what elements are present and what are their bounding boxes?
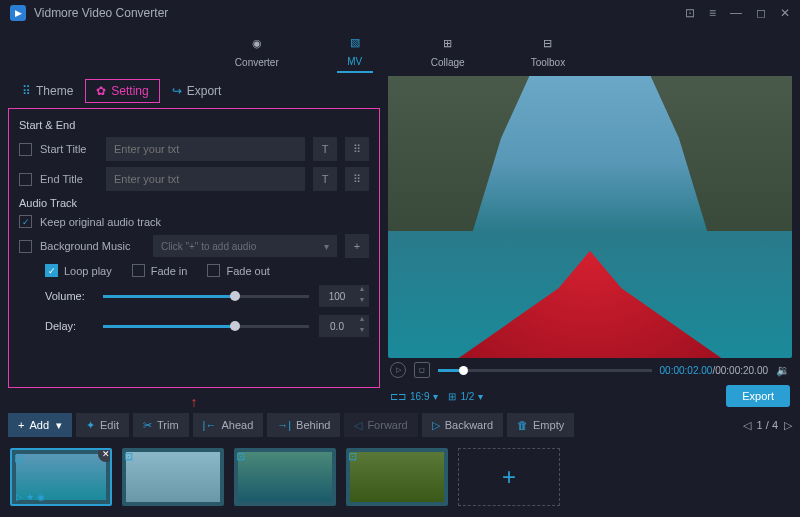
- volume-label: Volume:: [45, 290, 93, 302]
- check-icon: ⊡: [14, 452, 23, 465]
- check-icon: ⊡: [348, 450, 357, 463]
- thumbnail-strip: ⊡ ✕ ▷★◉ ⊡ ⊡ ⊡ +: [0, 440, 800, 514]
- export-button[interactable]: Export: [726, 385, 790, 407]
- toolbox-icon: ⊟: [538, 35, 558, 53]
- bg-music-label: Background Music: [40, 240, 145, 252]
- converter-icon: ◉: [247, 35, 267, 53]
- check-icon: ⊡: [124, 450, 133, 463]
- subtab-theme[interactable]: ⠿ Theme: [12, 80, 83, 102]
- empty-button[interactable]: 🗑Empty: [507, 413, 574, 437]
- aspect-ratio-dropdown[interactable]: ⊏⊐16:9▾: [390, 391, 438, 402]
- tab-converter[interactable]: ◉ Converter: [227, 31, 287, 72]
- loop-play-checkbox[interactable]: [45, 264, 58, 277]
- messages-icon[interactable]: ⊡: [685, 6, 695, 20]
- loop-play-label: Loop play: [64, 265, 112, 277]
- add-thumbnail-button[interactable]: +: [458, 448, 560, 506]
- toolbar: +Add▾ ✦Edit ✂Trim |←Ahead →|Behind ◁Forw…: [0, 410, 800, 440]
- arrow-indicator-icon: ↑: [8, 394, 380, 410]
- add-audio-button[interactable]: +: [345, 234, 369, 258]
- tab-toolbox[interactable]: ⊟ Toolbox: [523, 31, 573, 72]
- edit-button[interactable]: ✦Edit: [76, 413, 129, 437]
- preview-image: [388, 76, 792, 358]
- audio-track-head: Audio Track: [19, 197, 369, 209]
- subtab-setting[interactable]: ✿ Setting: [85, 79, 159, 103]
- stop-button[interactable]: ◻: [414, 362, 430, 378]
- play-icon: ▷: [16, 492, 23, 502]
- scissors-icon: ✂: [143, 419, 152, 432]
- preview-page-dropdown[interactable]: ⊞1/2▾: [448, 391, 483, 402]
- edit-icon: ★: [26, 492, 34, 502]
- start-title-label: Start Title: [40, 143, 98, 155]
- bg-music-dropdown[interactable]: Click "+" to add audio: [153, 235, 337, 257]
- thumbnail-close-icon[interactable]: ✕: [98, 448, 112, 462]
- start-title-input[interactable]: [106, 137, 305, 161]
- preview-panel: ▷ ◻ 00:00:02.00/00:00:20.00 🔉 ⊏⊐16:9▾ ⊞1…: [388, 76, 792, 410]
- app-title: Vidmore Video Converter: [34, 6, 685, 20]
- maximize-icon[interactable]: ◻: [756, 6, 766, 20]
- start-end-head: Start & End: [19, 119, 369, 131]
- end-title-more-button[interactable]: ⠿: [345, 167, 369, 191]
- fade-in-label: Fade in: [151, 265, 188, 277]
- fade-out-label: Fade out: [226, 265, 269, 277]
- trash-icon: 🗑: [517, 419, 528, 431]
- mv-icon: ▧: [345, 34, 365, 52]
- wand-icon: ✦: [86, 419, 95, 432]
- trim-icon: ◉: [37, 492, 45, 502]
- start-title-more-button[interactable]: ⠿: [345, 137, 369, 161]
- close-icon[interactable]: ✕: [780, 6, 790, 20]
- volume-slider[interactable]: [103, 295, 309, 298]
- check-icon: ⊡: [236, 450, 245, 463]
- start-title-checkbox[interactable]: [19, 143, 32, 156]
- trim-button[interactable]: ✂Trim: [133, 413, 189, 437]
- volume-spinner[interactable]: 100▲▼: [319, 285, 369, 307]
- fade-out-checkbox[interactable]: [207, 264, 220, 277]
- ahead-button[interactable]: |←Ahead: [193, 413, 264, 437]
- play-button[interactable]: ▷: [390, 362, 406, 378]
- collage-icon: ⊞: [438, 35, 458, 53]
- bg-music-checkbox[interactable]: [19, 240, 32, 253]
- backward-button[interactable]: ▷Backward: [422, 413, 503, 437]
- end-title-checkbox[interactable]: [19, 173, 32, 186]
- export-icon: ↪: [172, 84, 182, 98]
- delay-spinner[interactable]: 0.0▲▼: [319, 315, 369, 337]
- end-title-label: End Title: [40, 173, 98, 185]
- volume-icon[interactable]: 🔉: [776, 364, 790, 377]
- titlebar: ▶ Vidmore Video Converter ⊡ ≡ — ◻ ✕: [0, 0, 800, 26]
- thumbnail-pager: ◁1 / 4▷: [743, 419, 792, 432]
- thumbnail-2[interactable]: ⊡: [122, 448, 224, 506]
- thumbnail-1[interactable]: ⊡ ✕ ▷★◉: [10, 448, 112, 506]
- main-tabs: ◉ Converter ▧ MV ⊞ Collage ⊟ Toolbox: [0, 26, 800, 76]
- end-title-input[interactable]: [106, 167, 305, 191]
- keep-original-audio-label: Keep original audio track: [40, 216, 161, 228]
- tab-mv[interactable]: ▧ MV: [337, 30, 373, 73]
- app-logo-icon: ▶: [10, 5, 26, 21]
- theme-icon: ⠿: [22, 84, 31, 98]
- delay-label: Delay:: [45, 320, 93, 332]
- menu-icon[interactable]: ≡: [709, 6, 716, 20]
- forward-button[interactable]: ◁Forward: [344, 413, 417, 437]
- end-title-font-button[interactable]: T: [313, 167, 337, 191]
- subtab-export[interactable]: ↪ Export: [162, 80, 232, 102]
- settings-panel: ⠿ Theme ✿ Setting ↪ Export Start & End S…: [8, 76, 380, 410]
- fade-in-checkbox[interactable]: [132, 264, 145, 277]
- gear-icon: ✿: [96, 84, 106, 98]
- time-display: 00:00:02.00/00:00:20.00: [660, 365, 768, 376]
- timeline-slider[interactable]: [438, 369, 652, 372]
- thumbnail-3[interactable]: ⊡: [234, 448, 336, 506]
- tab-collage[interactable]: ⊞ Collage: [423, 31, 473, 72]
- delay-slider[interactable]: [103, 325, 309, 328]
- add-button[interactable]: +Add▾: [8, 413, 72, 437]
- start-title-font-button[interactable]: T: [313, 137, 337, 161]
- keep-original-audio-checkbox[interactable]: [19, 215, 32, 228]
- minimize-icon[interactable]: —: [730, 6, 742, 20]
- thumbnail-4[interactable]: ⊡: [346, 448, 448, 506]
- behind-button[interactable]: →|Behind: [267, 413, 340, 437]
